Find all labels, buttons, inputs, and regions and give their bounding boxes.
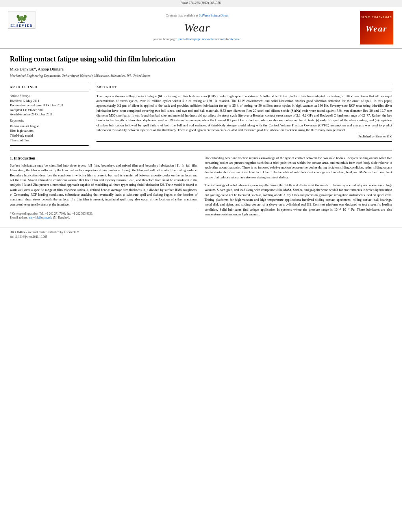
published-by: Published by Elsevier B.V. bbox=[96, 135, 392, 139]
abstract-title: ABSTRACT bbox=[96, 85, 392, 91]
homepage-line: journal homepage: journal homepage: www.… bbox=[154, 37, 241, 42]
footer-doi-line: 0043-1648/$ – see front matter. Publishe… bbox=[10, 230, 392, 234]
section1-left-text: Surface lubrication may be classified in… bbox=[10, 163, 198, 207]
svg-point-5 bbox=[24, 15, 26, 18]
abstract-column: ABSTRACT This paper addresses rolling co… bbox=[96, 83, 392, 145]
history-label: Article history: bbox=[10, 94, 89, 98]
paper-authors: Mike Danyluk*, Anoop Dhingra bbox=[10, 67, 392, 72]
sciverse-line: Contents lists available at SciVerse Sci… bbox=[166, 14, 228, 18]
journal-title-display: Wear bbox=[184, 20, 210, 36]
wear-logo-box: Wear ISSN 0043-1648 bbox=[359, 11, 394, 44]
article-info-box: ARTICLE INFO Article history: Received 1… bbox=[10, 83, 89, 145]
keyword-3: Third-body model bbox=[10, 133, 89, 138]
body-section: 1. Introduction Surface lubrication may … bbox=[10, 156, 392, 222]
footnote-email: E-mail address: danyluk@uwm.edu (M. Dany… bbox=[10, 216, 198, 220]
section1-right-text1: Understanding wear and friction requires… bbox=[205, 156, 393, 180]
wear-journal-logo: Wear ISSN 0043-1648 bbox=[360, 11, 393, 44]
body-right-column: Understanding wear and friction requires… bbox=[205, 156, 393, 222]
section1-heading: 1. Introduction bbox=[10, 156, 198, 161]
abstract-text: This paper addresses rolling contact fat… bbox=[96, 94, 392, 133]
keyword-2: Ultra high vacuum bbox=[10, 129, 89, 133]
journal-header: ELSEVIER ELSEVIER Contents lists availab… bbox=[0, 7, 402, 49]
page: Wear 274–275 (2012) 368–376 ELSEVIER ELS… bbox=[0, 0, 402, 532]
page-footer: 0043-1648/$ – see front matter. Publishe… bbox=[0, 228, 402, 242]
main-content: Rolling contact fatigue using solid thin… bbox=[0, 49, 402, 228]
svg-point-4 bbox=[17, 15, 19, 18]
elsevier-text: ELSEVIER bbox=[11, 24, 33, 28]
elsevier-logo-svg: ELSEVIER bbox=[8, 11, 35, 23]
article-info-title: ARTICLE INFO bbox=[10, 85, 89, 91]
abstract-box: ABSTRACT This paper addresses rolling co… bbox=[96, 83, 392, 142]
journal-center: Contents lists available at SciVerse Sci… bbox=[39, 11, 355, 44]
available-online-date: Available online 20 October 2011 bbox=[10, 112, 89, 117]
keyword-4: Thin solid film bbox=[10, 138, 89, 143]
section1-right-text2: The technology of solid lubricants grew … bbox=[205, 183, 393, 217]
paper-affiliation: Mechanical Engineering Department, Unive… bbox=[10, 74, 392, 78]
accepted-date: Accepted 13 October 2011 bbox=[10, 108, 89, 112]
keyword-1: Rolling contact fatigue bbox=[10, 124, 89, 129]
received-date: Received 12 May 2011 bbox=[10, 99, 89, 103]
keywords-label: Keywords: bbox=[10, 119, 89, 123]
footnote-star: * Corresponding author. Tel.: +1 262 271… bbox=[10, 212, 198, 216]
svg-text:ISSN 0043-1648: ISSN 0043-1648 bbox=[361, 16, 392, 19]
wear-logo-svg: Wear ISSN 0043-1648 bbox=[360, 11, 393, 44]
sciverse-link[interactable]: SciVerse ScienceDirect bbox=[199, 14, 228, 17]
homepage-url[interactable]: journal homepage: www.elsevier.com/locat… bbox=[178, 37, 241, 41]
paper-title: Rolling contact fatigue using solid thin… bbox=[10, 55, 392, 64]
elsevier-logo: ELSEVIER ELSEVIER bbox=[8, 11, 35, 29]
body-left-column: 1. Introduction Surface lubrication may … bbox=[10, 156, 198, 222]
received-revised-date: Received in revised form 11 October 2011 bbox=[10, 103, 89, 108]
footnote-email-link[interactable]: danyluk@uwm.edu bbox=[29, 216, 52, 219]
journal-ref-text: Wear 274–275 (2012) 368–376 bbox=[181, 1, 220, 5]
svg-text:Wear: Wear bbox=[365, 24, 387, 33]
svg-text:ELSEVIER: ELSEVIER bbox=[18, 22, 25, 23]
article-info-column: ARTICLE INFO Article history: Received 1… bbox=[10, 83, 89, 145]
section-divider bbox=[10, 150, 392, 151]
footnote-section: * Corresponding author. Tel.: +1 262 271… bbox=[10, 210, 198, 220]
article-meta-section: ARTICLE INFO Article history: Received 1… bbox=[10, 83, 392, 145]
journal-reference-bar: Wear 274–275 (2012) 368–376 bbox=[0, 0, 402, 7]
footer-doi: doi:10.1016/j.wear.2011.10.005 bbox=[10, 235, 392, 239]
